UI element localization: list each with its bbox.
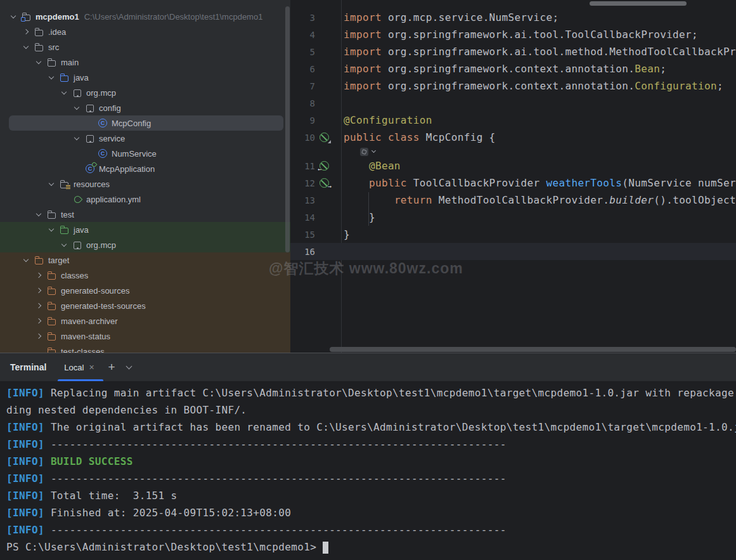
line-number[interactable]: 13	[290, 195, 315, 205]
line-number[interactable]: 14	[290, 212, 315, 223]
tree-item-numservice[interactable]: NumService	[0, 146, 290, 161]
code-vision-inlay[interactable]	[290, 146, 736, 157]
line-number[interactable]: 4	[290, 30, 315, 40]
tree-item-classes[interactable]: classes	[0, 268, 290, 283]
new-terminal-button[interactable]: +	[108, 360, 115, 374]
expand-triangle	[328, 140, 331, 143]
ai-inlay-icon[interactable]	[360, 148, 368, 156]
line-number[interactable]: 8	[290, 98, 315, 108]
tree-item-resources[interactable]: resources	[0, 176, 290, 192]
chevron-down-icon[interactable]	[60, 88, 70, 98]
chevron-down-icon[interactable]	[47, 225, 57, 235]
chevron-down-icon[interactable]	[72, 133, 82, 143]
code-editor[interactable]: 3import org.mcp.service.NumService;4impo…	[290, 0, 736, 353]
chevron-right-icon[interactable]	[22, 27, 32, 37]
line-number[interactable]: 9	[290, 115, 315, 126]
tree-item-mcpapplication[interactable]: McpApplication	[0, 161, 290, 176]
tree-item-config[interactable]: config	[0, 100, 290, 115]
tree-item-service[interactable]: service	[0, 131, 290, 146]
code-line-5[interactable]: 5import org.springframework.ai.tool.meth…	[290, 43, 736, 60]
chevron-right-icon[interactable]	[34, 270, 44, 280]
editor-top-scrollbar[interactable]	[590, 1, 687, 6]
line-number[interactable]: 7	[290, 81, 315, 91]
code-line-13[interactable]: 13 return MethodToolCallbackProvider.bui…	[290, 192, 736, 209]
log-level-info: [INFO]	[6, 438, 44, 450]
tree-vertical-scrollbar[interactable]	[285, 6, 290, 252]
spring-boot-icon	[85, 164, 95, 174]
chevron-down-icon[interactable]	[47, 72, 57, 82]
spring-bean-icon[interactable]: ←	[320, 161, 329, 171]
code-text: }	[344, 211, 375, 223]
tree-item-mcpconfig[interactable]: McpConfig	[0, 115, 290, 131]
log-level-info: [INFO]	[6, 455, 44, 467]
code-line-8[interactable]: 8	[290, 94, 736, 112]
tree-item-.idea[interactable]: .idea	[0, 24, 290, 39]
chevron-right-icon[interactable]	[34, 331, 44, 341]
tree-item-test[interactable]: test	[0, 207, 290, 222]
tree-item-src[interactable]: src	[0, 39, 290, 55]
close-icon[interactable]: ×	[89, 362, 94, 372]
resources-folder-icon	[60, 179, 70, 189]
tree-item-org.mcp[interactable]: org.mcp	[0, 85, 290, 100]
chevron-down-icon[interactable]	[34, 209, 44, 219]
code-line-12[interactable]: 12→ public ToolCallbackProvider weatherT…	[290, 174, 736, 192]
tree-item-label: McpConfig	[112, 119, 151, 128]
chevron-down-icon[interactable]	[124, 362, 134, 372]
code-token: Bean	[635, 63, 660, 75]
tree-item-label: generated-test-sources	[61, 301, 146, 311]
tree-item-label: src	[48, 42, 59, 52]
chevron-down-icon[interactable]	[9, 11, 19, 22]
line-number[interactable]: 12	[290, 178, 315, 188]
line-number[interactable]: 10	[290, 133, 315, 143]
code-line-14[interactable]: 14 }	[290, 209, 736, 226]
terminal-output[interactable]: [INFO] Replacing main artifact C:\Users\…	[0, 381, 736, 560]
spring-bean-icon[interactable]: →	[320, 178, 329, 188]
code-line-10[interactable]: 10public class McpConfig {	[290, 129, 736, 146]
tree-item-generated-test-sources[interactable]: generated-test-sources	[0, 298, 290, 313]
chevron-down-icon[interactable]	[22, 255, 32, 265]
code-line-4[interactable]: 4import org.springframework.ai.tool.Tool…	[290, 26, 736, 43]
chevron-down-icon[interactable]	[72, 103, 82, 113]
line-number[interactable]: 6	[290, 64, 315, 74]
spring-bean-icon[interactable]	[320, 133, 329, 142]
code-line-15[interactable]: 15}	[290, 226, 736, 243]
chevron-down-icon[interactable]	[47, 179, 57, 189]
terminal-tab-local[interactable]: Local ×	[64, 353, 94, 381]
chevron-down-icon[interactable]	[22, 42, 32, 52]
code-text: import org.springframework.ai.tool.metho…	[344, 46, 736, 58]
chevron-down-icon[interactable]	[34, 57, 44, 67]
line-number[interactable]: 3	[290, 13, 315, 23]
tree-item-org.mcp[interactable]: org.mcp	[0, 237, 290, 252]
tree-item-java[interactable]: java	[0, 70, 290, 85]
line-number[interactable]: 11	[290, 161, 315, 171]
line-number[interactable]: 5	[290, 47, 315, 57]
tree-item-label: resources	[74, 179, 110, 189]
editor-horizontal-scrollbar[interactable]	[330, 347, 736, 352]
tree-item-java[interactable]: java	[0, 222, 290, 237]
line-number[interactable]: 15	[290, 230, 315, 240]
line-number[interactable]: 16	[290, 247, 315, 257]
terminal-panel-title[interactable]: Terminal	[10, 362, 46, 372]
excluded-folder-icon	[47, 285, 57, 296]
code-line-9[interactable]: 9@Configuration	[290, 112, 736, 129]
code-line-11[interactable]: 11← @Bean	[290, 157, 736, 174]
tree-item-application.yml[interactable]: application.yml	[0, 192, 290, 207]
code-token: import	[344, 80, 382, 92]
code-line-6[interactable]: 6import org.springframework.context.anno…	[290, 60, 736, 77]
chevron-right-icon[interactable]	[34, 285, 44, 296]
code-line-3[interactable]: 3import org.mcp.service.NumService;	[290, 9, 736, 26]
chevron-down-icon[interactable]	[371, 148, 378, 155]
tree-item-generated-sources[interactable]: generated-sources	[0, 283, 290, 298]
code-line-7[interactable]: 7import org.springframework.context.anno…	[290, 77, 736, 94]
terminal-text: ----------------------------------------…	[44, 472, 507, 485]
chevron-down-icon[interactable]	[60, 240, 70, 250]
tree-item-test-classes[interactable]: test-classes	[0, 344, 290, 353]
code-line-16[interactable]: 16	[290, 243, 736, 260]
chevron-right-icon[interactable]	[34, 301, 44, 311]
tree-item-main[interactable]: main	[0, 55, 290, 70]
tree-item-target[interactable]: target	[0, 252, 290, 268]
tree-item-mcpdemo1[interactable]: mcpdemo1C:\Users\Administrator\Desktop\t…	[0, 9, 290, 24]
tree-item-maven-archiver[interactable]: maven-archiver	[0, 313, 290, 329]
chevron-right-icon[interactable]	[34, 316, 44, 326]
tree-item-maven-status[interactable]: maven-status	[0, 329, 290, 344]
